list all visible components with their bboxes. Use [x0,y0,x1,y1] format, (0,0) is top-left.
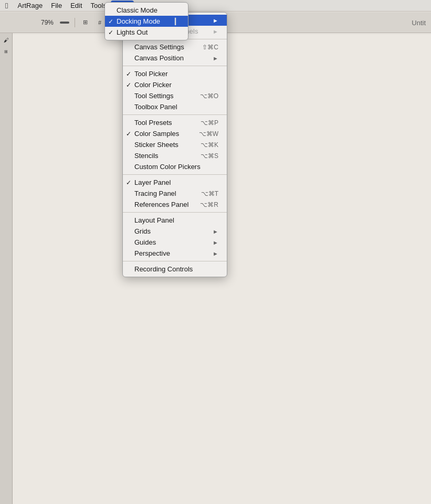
tool-presets-shortcut: ⌥⌘P [201,119,218,127]
submenu-item-lights-out[interactable]: ✓ Lights Out [105,27,188,38]
menubar:  ArtRage File Edit Tools View Help [0,0,431,12]
window-title: Untit [412,12,426,33]
guides-label: Guides [134,238,213,246]
layer-panel-check: ✓ [126,179,131,186]
menu-item-guides[interactable]: Guides ► [123,237,227,248]
zoom-controls[interactable] [59,17,70,28]
tool-picker-label: Tool Picker [134,70,218,78]
title-text: Untit [412,19,426,27]
menu-item-tool-settings[interactable]: Tool Settings ⌥⌘O [123,90,227,101]
color-picker-check: ✓ [126,81,131,89]
layer-panel-label: Layer Panel [134,178,218,186]
submenu-item-docking-mode[interactable]: ✓ Docking Mode ▎ [105,16,188,27]
toolbox-panel-label: Toolbox Panel [134,103,218,111]
references-panel-label: References Panel [134,201,200,208]
menu-item-recording-controls[interactable]: Recording Controls [123,264,227,275]
grids-label: Grids [134,227,213,235]
menu-sep-2 [123,66,227,66]
lights-out-label: Lights Out [117,28,180,36]
menu-item-canvas-settings[interactable]: Canvas Settings ⇧⌘C [123,41,227,52]
canvas-settings-shortcut: ⇧⌘C [202,44,218,51]
color-samples-shortcut: ⌥⌘W [199,130,218,138]
tools-panel: 🖌 ⊞ [0,33,13,504]
menu-item-toolbox-panel[interactable]: Toolbox Panel [123,101,227,112]
menu-edit[interactable]: Edit [66,1,86,10]
stencils-label: Stencils [134,152,201,160]
menu-item-stencils[interactable]: Stencils ⌥⌘S [123,150,227,161]
sticker-sheets-label: Sticker Sheets [134,141,201,149]
tool-paint[interactable]: 🖌 [2,35,11,45]
tool-settings-label: Tool Settings [134,92,200,100]
docking-mode-label: Docking Mode [117,17,172,25]
menu-sep-6 [123,261,227,261]
menu-item-references-panel[interactable]: References Panel ⌥⌘R [123,199,227,210]
lights-out-check: ✓ [108,29,113,36]
perspective-arrow: ► [213,250,218,257]
color-picker-label: Color Picker [134,81,218,89]
references-panel-shortcut: ⌥⌘R [200,201,218,208]
apple-menu[interactable]:  [0,0,13,11]
menu-item-canvas-position[interactable]: Canvas Position ► [123,52,227,64]
svg-rect-0 [60,22,69,24]
submenu-item-classic-mode[interactable]: Classic Mode [105,5,188,16]
view-dropdown-menu: Interface Mode ► Classic Mode Panels ► C… [122,12,227,277]
tracing-panel-label: Tracing Panel [134,190,201,197]
interface-mode-arrow: ► [213,17,218,24]
zoom-level: 79% [39,19,56,26]
grids-arrow: ► [213,228,218,235]
tool-secondary[interactable]: ⊞ [2,47,11,56]
menu-item-layout-panel[interactable]: Layout Panel [123,215,227,226]
interface-mode-submenu: Classic Mode ✓ Docking Mode ▎ ✓ Lights O… [104,2,188,40]
layout-panel-label: Layout Panel [134,216,218,224]
menu-item-custom-color-pickers[interactable]: Custom Color Pickers [123,161,227,172]
tool-settings-shortcut: ⌥⌘O [200,92,218,100]
tool-presets-label: Tool Presets [134,119,201,127]
color-samples-check: ✓ [126,130,131,138]
menu-item-sticker-sheets[interactable]: Sticker Sheets ⌥⌘K [123,139,227,150]
menu-item-perspective[interactable]: Perspective ► [123,248,227,259]
menu-item-layer-panel[interactable]: ✓ Layer Panel [123,177,227,188]
color-samples-label: Color Samples [134,130,199,138]
menu-sep-4 [123,174,227,175]
menu-item-tool-presets[interactable]: Tool Presets ⌥⌘P [123,117,227,128]
menu-sep-5 [123,212,227,213]
menu-artrage[interactable]: ArtRage [13,1,47,10]
sticker-sheets-shortcut: ⌥⌘K [201,141,218,149]
guides-arrow: ► [213,239,218,246]
recording-controls-label: Recording Controls [134,265,218,273]
perspective-label: Perspective [134,249,213,257]
classic-mode-panels-arrow: ► [213,28,218,35]
canvas-settings-label: Canvas Settings [134,43,202,51]
menu-item-color-picker[interactable]: ✓ Color Picker [123,79,227,90]
canvas-position-label: Canvas Position [134,54,213,62]
custom-color-pickers-label: Custom Color Pickers [134,163,218,171]
classic-mode-label: Classic Mode [117,6,180,14]
hash-button[interactable]: # [94,17,106,28]
menu-file[interactable]: File [47,1,66,10]
menu-item-tracing-panel[interactable]: Tracing Panel ⌥⌘T [123,188,227,199]
menu-item-grids[interactable]: Grids ► [123,226,227,237]
toolbar-separator-1 [75,18,75,27]
canvas-position-arrow: ► [213,55,218,61]
menu-sep-3 [123,114,227,115]
tool-picker-check: ✓ [126,70,131,78]
menu-item-color-samples[interactable]: ✓ Color Samples ⌥⌘W [123,128,227,139]
menu-item-tool-picker[interactable]: ✓ Tool Picker [123,68,227,79]
tracing-panel-shortcut: ⌥⌘T [201,190,218,197]
grid-button[interactable]: ⊞ [79,17,91,28]
docking-mode-check: ✓ [108,18,113,25]
stencils-shortcut: ⌥⌘S [201,152,218,160]
cursor-indicator: ▎ [175,18,180,25]
